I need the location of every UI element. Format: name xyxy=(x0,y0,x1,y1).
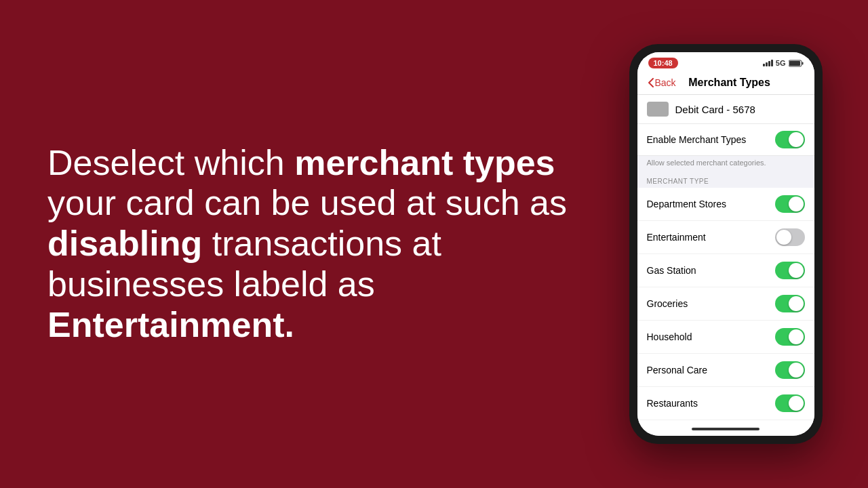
back-chevron-icon xyxy=(648,78,654,87)
nav-title: Merchant Types xyxy=(676,77,783,89)
card-header: Debit Card - 5678 xyxy=(637,95,814,124)
network-label: 5G xyxy=(776,59,786,67)
merchant-item-toggle[interactable] xyxy=(775,262,805,279)
merchant-item-toggle[interactable] xyxy=(775,195,805,213)
phone-device: 10:48 5G xyxy=(629,44,823,444)
merchant-item-label: Entertainment xyxy=(647,232,706,243)
merchant-item-toggle[interactable] xyxy=(775,361,805,379)
merchant-item-toggle[interactable] xyxy=(775,328,805,346)
merchant-type-list: Department StoresEntertainmentGas Statio… xyxy=(637,188,814,422)
merchant-item-toggle[interactable] xyxy=(775,295,805,312)
list-item[interactable]: Entertainment xyxy=(637,221,814,254)
home-indicator xyxy=(637,422,814,436)
subtitle-text: Allow selected merchant categories. xyxy=(637,156,814,172)
merchant-item-label: Restaurants xyxy=(647,398,698,409)
list-item[interactable]: Department Stores xyxy=(637,188,814,221)
enable-merchant-types-row[interactable]: Enable Merchant Types xyxy=(637,124,814,156)
card-icon xyxy=(647,102,669,117)
list-item[interactable]: Household xyxy=(637,321,814,354)
enable-merchant-label: Enable Merchant Types xyxy=(647,134,747,145)
home-bar xyxy=(692,428,760,430)
intro-text-2: your card can be used at such as xyxy=(47,183,567,222)
merchant-item-label: Groceries xyxy=(647,298,688,309)
list-item[interactable]: Personal Care xyxy=(637,354,814,387)
scroll-content[interactable]: Debit Card - 5678 Enable Merchant Types … xyxy=(637,95,814,422)
list-item[interactable]: Gas Station xyxy=(637,254,814,287)
merchant-item-label: Personal Care xyxy=(647,365,708,375)
list-item[interactable]: Restaurants xyxy=(637,387,814,420)
phone-screen: 10:48 5G xyxy=(637,52,814,436)
merchant-item-toggle[interactable] xyxy=(775,228,805,246)
entertainment-bold: Entertainment. xyxy=(47,305,294,344)
left-panel: Deselect which merchant types your card … xyxy=(0,102,624,386)
nav-bar: Back Merchant Types xyxy=(637,71,814,95)
signal-icon xyxy=(763,60,773,66)
merchant-type-section-label: MERCHANT TYPE xyxy=(637,172,814,188)
list-item[interactable]: Groceries xyxy=(637,287,814,321)
battery-icon xyxy=(789,60,804,67)
back-label: Back xyxy=(655,77,676,88)
svg-rect-1 xyxy=(802,62,803,64)
phone-wrapper: 10:48 5G xyxy=(624,44,827,444)
merchant-types-bold: merchant types xyxy=(294,143,555,182)
disabling-bold: disabling xyxy=(47,224,202,263)
merchant-item-toggle[interactable] xyxy=(775,394,805,412)
status-right: 5G xyxy=(763,59,804,67)
svg-rect-2 xyxy=(789,61,800,66)
back-button[interactable]: Back xyxy=(648,77,676,88)
enable-merchant-toggle[interactable] xyxy=(775,131,805,148)
merchant-item-label: Household xyxy=(647,331,692,342)
intro-text: Deselect which xyxy=(47,143,294,182)
merchant-item-label: Department Stores xyxy=(647,199,727,209)
card-label: Debit Card - 5678 xyxy=(675,104,755,115)
merchant-item-label: Gas Station xyxy=(647,265,696,276)
status-bar: 10:48 5G xyxy=(637,52,814,71)
status-time: 10:48 xyxy=(648,58,678,68)
